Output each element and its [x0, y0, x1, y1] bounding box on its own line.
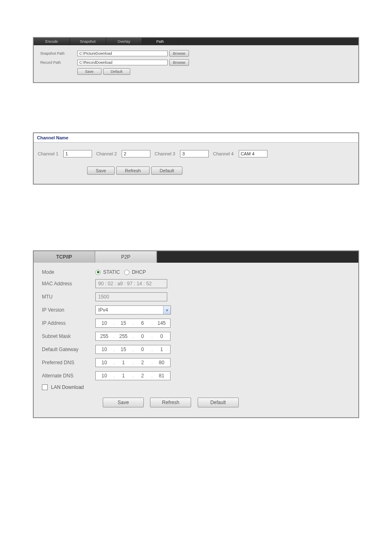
tcpip-panel: TCP/IP P2P Mode STATIC DHCP MAC Address …	[33, 250, 359, 418]
path-content: Snapshot Path Browse Record Path Browse …	[34, 45, 358, 82]
gateway-input[interactable]: 10. 15. 0. 1	[95, 345, 171, 354]
subnet-input[interactable]: 255. 255. 0. 0	[95, 332, 171, 341]
channel-name-panel: Channel Name Channel 1 Channel 2 Channel…	[33, 132, 359, 185]
default-button[interactable]: Default	[151, 166, 183, 175]
radio-dhcp[interactable]	[124, 270, 129, 275]
record-path-input[interactable]	[77, 60, 168, 65]
subnet-row: Subnet Mask 255. 255. 0. 0	[42, 332, 350, 341]
altdns-input[interactable]: 10. 1. 2. 81	[95, 371, 171, 380]
channel2-input[interactable]	[122, 150, 150, 157]
prefdns-label: Preferred DNS	[42, 360, 95, 365]
browse-record-button[interactable]: Browse	[169, 59, 189, 66]
save-button[interactable]: Save	[103, 398, 144, 407]
prefdns-input[interactable]: 10. 1. 2. 80	[95, 358, 171, 367]
channel-row: Channel 1 Channel 2 Channel 3 Channel 4	[38, 150, 354, 157]
channel4-label: Channel 4	[213, 151, 233, 156]
channel3-input[interactable]	[180, 150, 209, 157]
tab-tcpip[interactable]: TCP/IP	[34, 251, 95, 263]
tab-snapshot[interactable]: Snapshot	[70, 38, 106, 45]
lan-download-row: LAN Download	[42, 384, 350, 390]
lan-download-checkbox[interactable]	[42, 384, 48, 390]
mtu-input: 1500	[95, 292, 167, 301]
record-path-row: Record Path Browse	[40, 59, 352, 66]
altdns-label: Alternate DNS	[42, 373, 95, 379]
ipversion-value: IPv4	[96, 307, 163, 313]
dhcp-label: DHCP	[132, 269, 146, 275]
ipversion-select[interactable]: IPv4 ▾	[95, 305, 171, 314]
static-label: STATIC	[103, 269, 120, 275]
gateway-row: Default Gateway 10. 15. 0. 1	[42, 345, 350, 354]
mtu-row: MTU 1500	[42, 292, 350, 301]
mac-label: MAC Address	[42, 281, 95, 287]
network-tabs: TCP/IP P2P	[34, 251, 358, 263]
ipversion-label: IP Version	[42, 307, 95, 313]
tcpip-button-row: Save Refresh Default	[42, 398, 350, 407]
subnet-label: Subnet Mask	[42, 333, 95, 339]
snapshot-path-input[interactable]	[77, 51, 168, 56]
default-button[interactable]: Default	[198, 398, 239, 407]
channel3-label: Channel 3	[154, 151, 175, 156]
tab-p2p[interactable]: P2P	[95, 251, 157, 263]
browse-snapshot-button[interactable]: Browse	[169, 50, 189, 57]
tcpip-body: Mode STATIC DHCP MAC Address 90 : 02 : a…	[34, 263, 358, 417]
altdns-row: Alternate DNS 10. 1. 2. 81	[42, 371, 350, 380]
channel-name-header: Channel Name	[34, 133, 358, 143]
mode-label: Mode	[42, 269, 95, 275]
mode-row: Mode STATIC DHCP	[42, 269, 350, 275]
mode-radio-group: STATIC DHCP	[95, 269, 146, 275]
refresh-button[interactable]: Refresh	[150, 398, 191, 407]
ipaddress-row: IP Address 10. 15. 6. 145	[42, 319, 350, 328]
channel-button-row: Save Refresh Default	[38, 166, 354, 175]
channel2-label: Channel 2	[96, 151, 117, 156]
mac-input: 90 : 02 : a9 : 97 : 14 : 52	[95, 279, 167, 288]
mac-row: MAC Address 90 : 02 : a9 : 97 : 14 : 52	[42, 279, 350, 288]
path-settings-panel: Encode Snapshot Overlay Path Snapshot Pa…	[33, 37, 359, 83]
snapshot-path-label: Snapshot Path	[40, 51, 77, 56]
tabs-spacer	[178, 38, 358, 45]
tab-encode[interactable]: Encode	[34, 38, 70, 45]
radio-static[interactable]	[95, 270, 101, 275]
ipaddress-label: IP Address	[42, 320, 95, 326]
tabs3-spacer	[157, 251, 358, 263]
ipaddress-input[interactable]: 10. 15. 6. 145	[95, 319, 171, 328]
gateway-label: Default Gateway	[42, 347, 95, 352]
mtu-label: MTU	[42, 294, 95, 300]
tab-path[interactable]: Path	[142, 38, 178, 45]
channel1-label: Channel 1	[38, 151, 58, 156]
ipversion-row: IP Version IPv4 ▾	[42, 305, 350, 314]
channel4-input[interactable]	[239, 150, 267, 157]
channel-body: Channel 1 Channel 2 Channel 3 Channel 4 …	[34, 143, 358, 184]
tab-overlay[interactable]: Overlay	[106, 38, 142, 45]
record-path-label: Record Path	[40, 60, 77, 65]
prefdns-row: Preferred DNS 10. 1. 2. 80	[42, 358, 350, 367]
save-button[interactable]: Save	[77, 68, 101, 75]
save-button[interactable]: Save	[87, 166, 115, 175]
lan-download-label: LAN Download	[51, 384, 84, 390]
path-tabs: Encode Snapshot Overlay Path	[34, 38, 358, 45]
chevron-down-icon: ▾	[163, 306, 171, 314]
default-button[interactable]: Default	[103, 68, 131, 75]
channel1-input[interactable]	[63, 150, 92, 157]
refresh-button[interactable]: Refresh	[116, 166, 150, 175]
snapshot-path-row: Snapshot Path Browse	[40, 50, 352, 57]
